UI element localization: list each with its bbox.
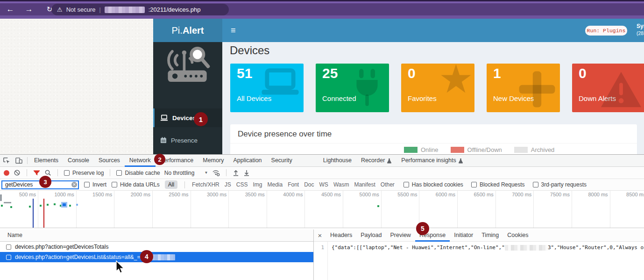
hide-data-urls-checkbox[interactable]: Hide data URLs [112, 181, 160, 188]
filter-chip-css[interactable]: CSS [236, 181, 248, 188]
preserve-log-checkbox[interactable]: Preserve log [64, 170, 104, 176]
inspect-element-icon[interactable] [0, 155, 13, 167]
throttling-select[interactable]: No throttling ▼ [164, 170, 208, 176]
tab-initiator[interactable]: Initiator [450, 230, 477, 242]
device-toolbar-icon[interactable] [13, 155, 25, 167]
timeline-tick: 3500 ms [229, 191, 267, 228]
tab-console[interactable]: Console [63, 155, 94, 167]
record-network-log-icon[interactable] [4, 170, 9, 176]
import-har-icon[interactable] [233, 169, 239, 176]
timeline-tick: 7500 ms [534, 191, 572, 228]
request-dot [54, 203, 56, 205]
brand-logo[interactable]: Pi.Alert [153, 19, 222, 42]
filter-chip-font[interactable]: Font [288, 181, 299, 188]
tab-label: Security [271, 155, 292, 166]
app-navbar: ≡ Run: Plugins Syn (28, [222, 19, 644, 42]
filter-chip-img[interactable]: Img [253, 181, 262, 188]
tab-memory[interactable]: Memory [198, 155, 228, 167]
card-value: 51 [237, 65, 252, 81]
run-plugins-button[interactable]: Run: Plugins [585, 26, 627, 36]
timeline-tick: 2000 ms [114, 191, 153, 228]
screenshot-root: ← → ↻ ⚠ Not secure | :20211/devices.php … [0, 0, 644, 280]
tab-recorder[interactable]: Recorder [356, 155, 396, 167]
legend-swatch-online [404, 147, 418, 153]
card-label: Connected [322, 94, 356, 102]
card-down-alerts[interactable]: 0 Down Alerts [572, 64, 644, 112]
browser-toolbar: ← → ↻ ⚠ Not secure | :20211/devices.php [0, 0, 644, 19]
page-background [0, 19, 153, 154]
tab-lighthouse[interactable]: Lighthouse [318, 155, 356, 167]
presence-panel: Device presence over time Online Offline… [230, 124, 637, 154]
tab-security[interactable]: Security [267, 155, 297, 167]
invert-checkbox[interactable]: Invert [84, 181, 106, 188]
filter-chip-fetch-xhr[interactable]: Fetch/XHR [192, 181, 219, 188]
redacted-response-value [505, 245, 548, 251]
row-checkbox[interactable] [6, 255, 11, 260]
legend-swatch-offline [451, 147, 464, 153]
card-new-devices[interactable]: 1 New Devices [487, 64, 560, 112]
filter-chip-wasm[interactable]: Wasm [333, 181, 349, 188]
tab-cookies[interactable]: Cookies [503, 230, 532, 242]
legend-item-offline[interactable]: Offline/Down [451, 146, 502, 153]
name-column-header[interactable]: Name [0, 230, 313, 242]
back-icon[interactable]: ← [4, 3, 17, 15]
panel-divider [230, 143, 637, 144]
filter-icon[interactable] [33, 170, 40, 176]
sidebar-item-label: Devices [172, 115, 196, 122]
search-icon[interactable] [44, 169, 51, 176]
filter-chip-doc[interactable]: Doc [304, 181, 314, 188]
third-party-requests-checkbox[interactable]: 3rd-party requests [533, 181, 587, 188]
card-value: 25 [322, 65, 338, 81]
filter-chip-other[interactable]: Other [381, 181, 395, 188]
filter-chip-ws[interactable]: WS [319, 181, 328, 188]
clear-network-log-icon[interactable] [14, 169, 21, 176]
tab-elements[interactable]: Elements [29, 155, 63, 167]
blocked-requests-checkbox[interactable]: Blocked Requests [471, 181, 525, 188]
network-filter-bar: ✕ Invert Hide data URLs All Fetch/XHR JS… [0, 179, 644, 191]
row-checkbox[interactable] [6, 244, 11, 250]
calendar-icon [160, 137, 167, 144]
sidebar-item-presence[interactable]: Presence [153, 131, 222, 150]
network-overview-timeline[interactable]: 500 ms 1000 ms 1500 ms 2000 ms 2500 ms 3… [0, 191, 644, 228]
forward-icon[interactable]: → [22, 3, 35, 15]
card-connected[interactable]: 25 Connected [316, 64, 389, 112]
tab-preview[interactable]: Preview [386, 230, 415, 242]
request-row[interactable]: devices.php?action=getDevicesTotals [0, 242, 313, 252]
legend-swatch-archived [514, 147, 528, 153]
filter-chip-manifest[interactable]: Manifest [354, 181, 375, 188]
tab-payload[interactable]: Payload [356, 230, 386, 242]
tab-performance-insights[interactable]: Performance insights [396, 155, 467, 167]
checkbox-label: Disable cache [125, 170, 160, 176]
timeline-tick: 1500 ms [77, 191, 115, 228]
request-row-selected[interactable]: devices.php?action=getDevicesList&status… [0, 252, 313, 262]
sidebar-item-devices[interactable]: Devices [153, 108, 222, 127]
close-icon[interactable]: × [314, 231, 326, 239]
card-favorites[interactable]: 0 Favorites ★ [401, 64, 474, 112]
request-dot [377, 205, 379, 207]
address-bar[interactable]: ⚠ Not secure | :20211/devices.php [51, 4, 229, 15]
response-content[interactable]: {"data":[["laptop","Net - Huawei","Inter… [328, 242, 644, 280]
line-number-gutter: 1 [314, 242, 328, 280]
app-content: Devices 51 All Devices 25 Connected [222, 42, 644, 154]
filter-chip-all[interactable]: All [165, 180, 177, 189]
network-conditions-icon[interactable] [212, 169, 220, 176]
filter-chip-js[interactable]: JS [225, 181, 231, 188]
response-body: 1 {"data":[["laptop","Net - Huawei","Int… [314, 242, 644, 280]
tab-network[interactable]: Network [125, 155, 156, 167]
clear-filter-icon[interactable]: ✕ [71, 182, 77, 187]
export-har-icon[interactable] [243, 169, 250, 176]
tab-label: Sources [99, 155, 120, 166]
card-all-devices[interactable]: 51 All Devices [230, 64, 304, 112]
filter-chip-media[interactable]: Media [267, 181, 283, 188]
tab-application[interactable]: Application [228, 155, 266, 167]
devtools-panel: Elements Console Sources Network Perform… [0, 154, 644, 280]
legend-item-online[interactable]: Online [404, 146, 439, 153]
hamburger-menu-icon[interactable]: ≡ [231, 25, 236, 36]
tab-headers[interactable]: Headers [326, 230, 356, 242]
legend-item-archived[interactable]: Archived [514, 146, 555, 153]
devtools-tabbar: Elements Console Sources Network Perform… [0, 155, 644, 167]
disable-cache-checkbox[interactable]: Disable cache [116, 170, 160, 176]
tab-sources[interactable]: Sources [94, 155, 125, 167]
tab-timing[interactable]: Timing [477, 230, 503, 242]
has-blocked-cookies-checkbox[interactable]: Has blocked cookies [403, 181, 463, 188]
